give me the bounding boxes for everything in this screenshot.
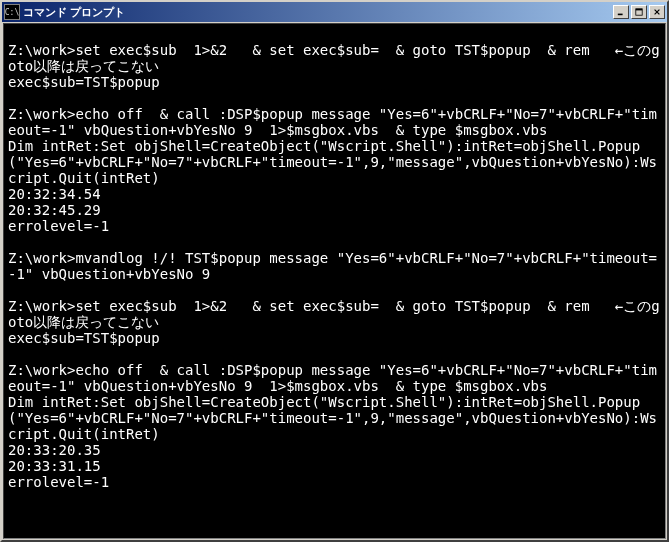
console-line: Z:\work>echo off & call :DSP$popup messa… [8, 362, 661, 394]
app-icon: C:\ [4, 4, 20, 20]
console-line: exec$sub=TST$popup [8, 330, 661, 346]
console-line: 20:32:34.54 [8, 186, 661, 202]
console-line: errolevel=-1 [8, 218, 661, 234]
console-output[interactable]: Z:\work>set exec$sub 1>&2 & set exec$sub… [3, 23, 666, 539]
console-line [8, 90, 661, 106]
close-button[interactable] [649, 5, 665, 19]
console-line: 20:33:20.35 [8, 442, 661, 458]
console-line [8, 26, 661, 42]
minimize-button[interactable] [613, 5, 629, 19]
svg-rect-0 [618, 14, 623, 16]
console-line [8, 346, 661, 362]
maximize-button[interactable] [631, 5, 647, 19]
console-line [8, 282, 661, 298]
command-prompt-window: C:\ コマンド プロンプト Z:\work>set exec$sub 1>&2… [0, 0, 669, 542]
titlebar[interactable]: C:\ コマンド プロンプト [2, 2, 667, 22]
console-line [8, 234, 661, 250]
console-line: exec$sub=TST$popup [8, 74, 661, 90]
console-line: Z:\work>mvandlog !/! TST$popup message "… [8, 250, 661, 282]
console-line: errolevel=-1 [8, 474, 661, 490]
window-title: コマンド プロンプト [23, 5, 613, 20]
window-controls [613, 5, 665, 19]
console-line: Z:\work>set exec$sub 1>&2 & set exec$sub… [8, 298, 661, 330]
svg-rect-2 [636, 9, 642, 11]
console-line: Dim intRet:Set objShell=CreateObject("Ws… [8, 138, 661, 186]
console-line: 20:33:31.15 [8, 458, 661, 474]
console-line: Z:\work>echo off & call :DSP$popup messa… [8, 106, 661, 138]
console-line: 20:32:45.29 [8, 202, 661, 218]
console-line: Z:\work>set exec$sub 1>&2 & set exec$sub… [8, 42, 661, 74]
console-line: Dim intRet:Set objShell=CreateObject("Ws… [8, 394, 661, 442]
